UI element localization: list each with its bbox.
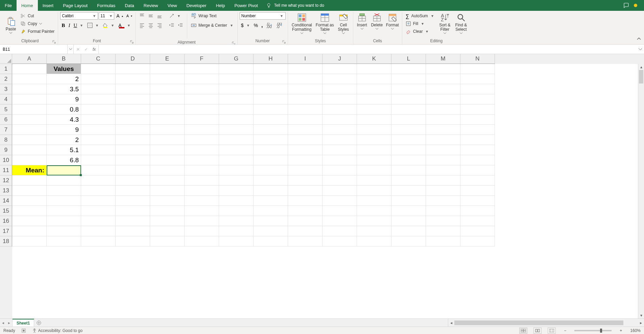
cell-I16[interactable]: [288, 216, 323, 226]
cell-D7[interactable]: [116, 125, 150, 135]
cell-K15[interactable]: [357, 206, 391, 216]
cell-N1[interactable]: [460, 64, 495, 74]
cell-G4[interactable]: [219, 94, 254, 104]
sheet-next-icon[interactable]: ▸: [6, 320, 12, 325]
cell-N7[interactable]: [460, 125, 495, 135]
cell-G2[interactable]: [219, 74, 254, 84]
scroll-up-icon[interactable]: ▴: [638, 64, 644, 70]
cell-B10[interactable]: 6.8: [47, 155, 81, 165]
cell-L3[interactable]: [391, 84, 426, 94]
cell-L2[interactable]: [391, 74, 426, 84]
number-format-combo[interactable]: ▾: [240, 12, 286, 20]
row-header-2[interactable]: 2: [0, 74, 12, 84]
cell-I13[interactable]: [288, 186, 323, 196]
cell-L18[interactable]: [391, 236, 426, 246]
chevron-down-icon[interactable]: ▾: [109, 13, 113, 19]
enter-formula-icon[interactable]: ✓: [85, 47, 88, 52]
cell-B3[interactable]: 3.5: [47, 84, 81, 94]
row-header-1[interactable]: 1: [0, 64, 12, 74]
cell-F3[interactable]: [185, 84, 219, 94]
menu-tab-data[interactable]: Data: [120, 0, 139, 11]
cell-H6[interactable]: [254, 115, 288, 125]
cell-D6[interactable]: [116, 115, 150, 125]
cell-B6[interactable]: 4.3: [47, 115, 81, 125]
cell-J16[interactable]: [323, 216, 357, 226]
cell-G13[interactable]: [219, 186, 254, 196]
cell-E4[interactable]: [150, 94, 185, 104]
cell-K13[interactable]: [357, 186, 391, 196]
cell-J3[interactable]: [323, 84, 357, 94]
cell-A11[interactable]: Mean:: [12, 165, 47, 175]
row-header-13[interactable]: 13: [0, 186, 12, 196]
cell-D16[interactable]: [116, 216, 150, 226]
comma-button[interactable]: ,: [260, 22, 264, 29]
cell-L17[interactable]: [391, 226, 426, 236]
cell-E6[interactable]: [150, 115, 185, 125]
cell-I5[interactable]: [288, 104, 323, 115]
col-header-C[interactable]: C: [81, 54, 116, 64]
cell-E16[interactable]: [150, 216, 185, 226]
cell-G6[interactable]: [219, 115, 254, 125]
menu-tab-formulas[interactable]: Formulas: [92, 0, 120, 11]
cell-A12[interactable]: [12, 175, 47, 186]
menu-tab-help[interactable]: Help: [211, 0, 230, 11]
accessibility-status[interactable]: Accessibility: Good to go: [32, 328, 82, 333]
h-scroll-thumb[interactable]: [454, 320, 623, 325]
italic-button[interactable]: I: [67, 22, 71, 29]
cell-N3[interactable]: [460, 84, 495, 94]
cell-F13[interactable]: [185, 186, 219, 196]
cell-C13[interactable]: [81, 186, 116, 196]
chevron-down-icon[interactable]: [67, 45, 73, 54]
cell-A18[interactable]: [12, 236, 47, 246]
cell-A9[interactable]: [12, 145, 47, 155]
cell-I2[interactable]: [288, 74, 323, 84]
comments-icon[interactable]: [623, 2, 629, 8]
horizontal-scrollbar[interactable]: ◂ ▸: [448, 319, 644, 327]
cell-H7[interactable]: [254, 125, 288, 135]
col-header-H[interactable]: H: [254, 54, 288, 64]
cell-I3[interactable]: [288, 84, 323, 94]
cell-J2[interactable]: [323, 74, 357, 84]
zoom-out-button[interactable]: −: [562, 328, 568, 333]
cell-N10[interactable]: [460, 155, 495, 165]
cell-B12[interactable]: [47, 175, 81, 186]
cell-J5[interactable]: [323, 104, 357, 115]
name-box-input[interactable]: [0, 47, 67, 52]
cell-L8[interactable]: [391, 135, 426, 145]
dialog-launcher-icon[interactable]: [130, 40, 134, 44]
col-header-K[interactable]: K: [357, 54, 391, 64]
decrease-decimal-button[interactable]: .00.0: [275, 22, 284, 29]
cell-A2[interactable]: [12, 74, 47, 84]
cell-M14[interactable]: [426, 196, 460, 206]
cell-N6[interactable]: [460, 115, 495, 125]
cell-F12[interactable]: [185, 175, 219, 186]
cell-J13[interactable]: [323, 186, 357, 196]
cell-B2[interactable]: 2: [47, 74, 81, 84]
cell-B18[interactable]: [47, 236, 81, 246]
cell-K11[interactable]: [357, 165, 391, 175]
menu-tab-file[interactable]: File: [0, 0, 17, 11]
cell-E17[interactable]: [150, 226, 185, 236]
increase-indent-button[interactable]: [176, 22, 185, 29]
cell-H5[interactable]: [254, 104, 288, 115]
orientation-button[interactable]: ▾: [168, 12, 183, 20]
menu-tab-developer[interactable]: Developer: [182, 0, 211, 11]
cell-E1[interactable]: [150, 64, 185, 74]
cell-N5[interactable]: [460, 104, 495, 115]
font-name-combo[interactable]: ▾: [60, 12, 98, 20]
cell-N16[interactable]: [460, 216, 495, 226]
cell-D5[interactable]: [116, 104, 150, 115]
tell-me-search[interactable]: Tell me what you want to do: [263, 0, 328, 11]
cell-D15[interactable]: [116, 206, 150, 216]
cell-D11[interactable]: [116, 165, 150, 175]
cell-I8[interactable]: [288, 135, 323, 145]
cell-G15[interactable]: [219, 206, 254, 216]
cell-C16[interactable]: [81, 216, 116, 226]
cell-C10[interactable]: [81, 155, 116, 165]
v-scroll-thumb[interactable]: [639, 70, 643, 84]
wrap-text-button[interactable]: ab Wrap Text: [190, 12, 235, 20]
cell-B1[interactable]: Values: [47, 64, 81, 74]
cell-L6[interactable]: [391, 115, 426, 125]
menu-tab-insert[interactable]: Insert: [38, 0, 58, 11]
cell-F2[interactable]: [185, 74, 219, 84]
